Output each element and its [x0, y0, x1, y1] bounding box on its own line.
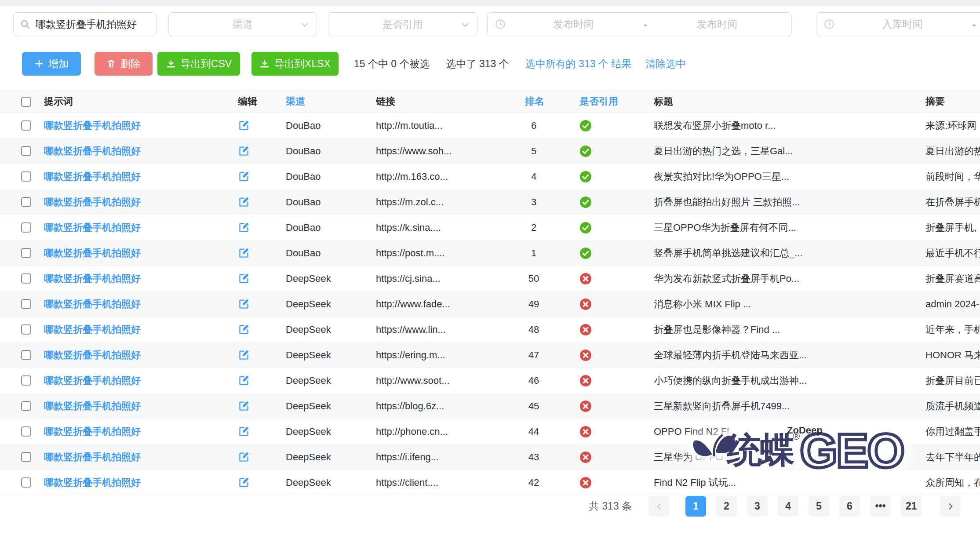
- publish-start-placeholder[interactable]: 发布时间: [506, 18, 641, 31]
- clear-selection-link[interactable]: 清除选中: [645, 57, 686, 71]
- prompt-link[interactable]: 哪款竖折叠手机拍照好: [44, 171, 141, 182]
- export-csv-label: 导出到CSV: [181, 57, 232, 71]
- cited-cross-icon: [579, 298, 592, 310]
- row-checkbox[interactable]: [21, 375, 31, 386]
- page-button[interactable]: 3: [747, 496, 768, 517]
- page-button[interactable]: 1: [685, 496, 706, 517]
- prompt-link[interactable]: 哪款竖折叠手机拍照好: [44, 452, 141, 463]
- download-icon: [259, 58, 270, 69]
- page-button[interactable]: 4: [778, 496, 798, 517]
- prompt-link[interactable]: 哪款竖折叠手机拍照好: [44, 120, 141, 131]
- publish-time-range-picker[interactable]: 发布时间 - 发布时间: [487, 12, 792, 36]
- row-checkbox[interactable]: [21, 324, 31, 335]
- channel-select-placeholder: 渠道: [233, 18, 253, 31]
- prev-page-button[interactable]: [648, 496, 669, 517]
- edit-icon[interactable]: [238, 145, 250, 157]
- chevron-right-icon: [946, 502, 955, 511]
- edit-icon[interactable]: [238, 273, 250, 284]
- edit-icon[interactable]: [238, 247, 250, 259]
- row-checkbox[interactable]: [21, 273, 31, 284]
- storage-start-placeholder[interactable]: 入库时间: [835, 18, 970, 31]
- summary-cell: HONOR 马来: [925, 349, 980, 362]
- channel-select[interactable]: 渠道: [168, 12, 317, 36]
- channel-cell: DouBao: [286, 120, 376, 131]
- storage-time-range-picker[interactable]: 入库时间 -: [816, 12, 980, 36]
- edit-icon[interactable]: [238, 120, 250, 131]
- link-cell: http://www.fade...: [376, 299, 524, 310]
- top-strip: [0, 0, 980, 6]
- cited-cross-icon: [579, 477, 592, 489]
- summary-cell: 折叠屏手机,: [925, 221, 980, 234]
- add-button[interactable]: 增加: [22, 52, 81, 76]
- edit-icon[interactable]: [238, 375, 250, 386]
- cited-select[interactable]: 是否引用: [328, 12, 477, 36]
- prompt-link[interactable]: 哪款竖折叠手机拍照好: [44, 146, 141, 157]
- select-all-results-link[interactable]: 选中所有的 313 个 结果: [525, 57, 632, 71]
- delete-button-label: 删除: [120, 57, 141, 71]
- next-page-button[interactable]: [940, 496, 961, 517]
- edit-icon[interactable]: [238, 196, 250, 208]
- summary-cell: 众所周知，在: [925, 476, 980, 489]
- page-button[interactable]: 2: [716, 496, 737, 517]
- page-button[interactable]: 6: [839, 496, 860, 517]
- prompt-link[interactable]: 哪款竖折叠手机拍照好: [44, 350, 141, 361]
- column-header[interactable]: 排名: [524, 95, 576, 108]
- row-checkbox[interactable]: [21, 477, 31, 488]
- prompt-link[interactable]: 哪款竖折叠手机拍照好: [44, 299, 141, 310]
- link-cell: https://cj.sina...: [376, 273, 524, 284]
- column-header[interactable]: 是否引用: [576, 95, 654, 108]
- rank-cell: 50: [525, 273, 543, 284]
- page-button[interactable]: 5: [809, 496, 829, 517]
- edit-icon[interactable]: [238, 451, 250, 463]
- publish-end-placeholder[interactable]: 发布时间: [650, 18, 785, 31]
- rank-cell: 5: [525, 146, 543, 157]
- prompt-link[interactable]: 哪款竖折叠手机拍照好: [44, 197, 141, 208]
- prompt-link[interactable]: 哪款竖折叠手机拍照好: [44, 222, 141, 233]
- row-checkbox[interactable]: [21, 401, 31, 411]
- prompt-link[interactable]: 哪款竖折叠手机拍照好: [44, 477, 141, 488]
- row-checkbox[interactable]: [21, 146, 31, 156]
- cited-check-icon: [579, 145, 592, 157]
- row-checkbox[interactable]: [21, 426, 31, 437]
- row-checkbox[interactable]: [21, 350, 31, 360]
- export-xlsx-button[interactable]: 导出到XLSX: [251, 52, 339, 76]
- edit-icon[interactable]: [238, 298, 250, 310]
- search-input[interactable]: [35, 18, 150, 31]
- row-checkbox[interactable]: [21, 222, 31, 233]
- row-checkbox[interactable]: [21, 248, 31, 258]
- prompt-link[interactable]: 哪款竖折叠手机拍照好: [44, 426, 141, 437]
- link-cell: https://k.sina....: [376, 222, 524, 233]
- prompt-link[interactable]: 哪款竖折叠手机拍照好: [44, 273, 141, 284]
- link-cell: https://www.soh...: [376, 146, 524, 157]
- edit-icon[interactable]: [238, 400, 250, 412]
- rank-cell: 1: [525, 248, 543, 259]
- page-ellipsis[interactable]: •••: [870, 496, 891, 517]
- edit-icon[interactable]: [238, 426, 250, 437]
- edit-icon[interactable]: [238, 349, 250, 361]
- summary-cell: 前段时间，华: [925, 170, 980, 183]
- summary-cell: 你用过翻盖手: [925, 425, 980, 438]
- prompt-link[interactable]: 哪款竖折叠手机拍照好: [44, 324, 141, 335]
- prompt-link[interactable]: 哪款竖折叠手机拍照好: [44, 401, 141, 412]
- row-checkbox[interactable]: [21, 452, 31, 462]
- prompt-link[interactable]: 哪款竖折叠手机拍照好: [44, 375, 141, 386]
- edit-icon[interactable]: [238, 222, 250, 233]
- export-xlsx-label: 导出到XLSX: [274, 57, 331, 71]
- select-all-checkbox[interactable]: [21, 97, 31, 107]
- export-csv-button[interactable]: 导出到CSV: [157, 52, 240, 76]
- cited-cross-icon: [579, 349, 592, 361]
- cited-check-icon: [579, 222, 592, 234]
- row-checkbox[interactable]: [21, 299, 31, 309]
- prompt-link[interactable]: 哪款竖折叠手机拍照好: [44, 248, 141, 259]
- edit-icon[interactable]: [238, 171, 250, 182]
- search-box[interactable]: [13, 12, 157, 36]
- row-checkbox[interactable]: [21, 171, 31, 182]
- column-header[interactable]: 渠道: [286, 95, 376, 108]
- channel-cell: DeepSeek: [286, 324, 376, 335]
- edit-icon[interactable]: [238, 324, 250, 335]
- page-button[interactable]: 21: [901, 496, 922, 517]
- row-checkbox[interactable]: [21, 120, 31, 131]
- row-checkbox[interactable]: [21, 197, 31, 207]
- edit-icon[interactable]: [238, 477, 250, 488]
- delete-button[interactable]: 删除: [95, 52, 153, 76]
